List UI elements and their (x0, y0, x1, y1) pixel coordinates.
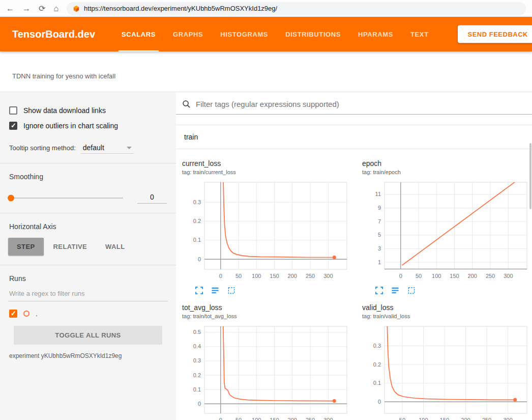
svg-text:0.3: 0.3 (193, 199, 201, 205)
show-download-links-checkbox[interactable] (9, 106, 17, 115)
fit-domain-icon[interactable] (407, 287, 416, 294)
chart-card-current-loss: current_loss tag: train/current_loss 00.… (178, 156, 357, 297)
slider-thumb[interactable] (8, 194, 14, 201)
run-row[interactable]: . (9, 310, 168, 318)
smoothing-label: Smoothing (9, 173, 168, 181)
horizontal-axis-buttons: STEP RELATIVE WALL (8, 238, 168, 256)
show-download-links-label: Show data download links (23, 106, 106, 115)
svg-text:0.1: 0.1 (373, 380, 381, 386)
chart-tag: tag: train/tot_avg_loss (182, 313, 353, 319)
svg-text:100: 100 (432, 273, 441, 279)
tooltip-sorting-label: Tooltip sorting method: (9, 144, 76, 152)
line-chart-tot-avg-loss[interactable]: 00.10.20.30.40.5050100150200250300 (182, 323, 350, 420)
tab-scalars[interactable]: SCALARS (122, 17, 156, 51)
svg-text:300: 300 (504, 273, 513, 279)
fullscreen-icon[interactable] (375, 287, 383, 294)
chart-tag: tag: train/current_loss (182, 169, 353, 175)
svg-text:5: 5 (378, 232, 381, 238)
tensorboard-favicon (73, 5, 80, 12)
ignore-outliers-row[interactable]: Ignore outliers in chart scaling (9, 122, 168, 130)
app-header: TensorBoard.dev SCALARS GRAPHS HISTOGRAM… (0, 17, 532, 51)
svg-text:250: 250 (306, 417, 315, 420)
chart-title: current_loss (182, 159, 353, 167)
smoothing-slider[interactable] (9, 198, 123, 199)
tab-text[interactable]: TEXT (410, 17, 429, 51)
browser-chrome: ← → ⟳ ⌂ https://tensorboard.dev/experime… (0, 0, 532, 17)
svg-text:0.3: 0.3 (373, 343, 381, 349)
svg-text:7: 7 (378, 218, 381, 225)
divider (0, 213, 176, 213)
svg-text:150: 150 (450, 273, 459, 279)
view-runs-icon[interactable] (211, 287, 219, 294)
train-section-header[interactable]: train (176, 125, 532, 149)
fit-domain-icon[interactable] (227, 287, 235, 294)
tab-distributions[interactable]: DISTRIBUTIONS (285, 17, 341, 51)
show-download-links-row[interactable]: Show data download links (9, 106, 168, 115)
ignore-outliers-checkbox[interactable] (9, 122, 17, 130)
svg-text:300: 300 (503, 417, 512, 420)
ignore-outliers-label: Ignore outliers in chart scaling (23, 122, 118, 130)
chart-title: tot_avg_loss (182, 303, 353, 312)
vertical-scrollbar[interactable] (529, 143, 531, 209)
run-color-swatch (23, 311, 29, 317)
tab-graphs[interactable]: GRAPHS (173, 17, 203, 51)
train-section: train current_loss tag: train/current_lo… (176, 125, 532, 420)
divider (0, 265, 176, 265)
tab-hparams[interactable]: HPARAMS (358, 17, 393, 51)
horizontal-axis-label: Horizontal Axis (9, 222, 168, 231)
svg-text:9: 9 (378, 205, 381, 211)
tag-filter-input[interactable] (196, 100, 527, 108)
svg-text:11: 11 (375, 191, 381, 197)
tooltip-sorting-dropdown[interactable]: default (81, 142, 134, 154)
tab-histograms[interactable]: HISTOGRAMS (220, 17, 268, 51)
chart-title: epoch (362, 159, 532, 167)
line-chart-valid-loss[interactable]: 00.10.20.350100150200250300 (362, 323, 530, 420)
tooltip-sorting-value: default (83, 144, 104, 152)
svg-text:150: 150 (270, 417, 279, 420)
smoothing-value[interactable]: 0 (137, 192, 167, 204)
run-name: . (36, 310, 38, 318)
svg-text:0: 0 (219, 417, 222, 420)
svg-text:0.2: 0.2 (193, 218, 201, 224)
experiment-subheader: TDNN training for yesno with icefall (0, 51, 532, 92)
axis-relative-button[interactable]: RELATIVE (45, 238, 96, 256)
chart-tag: tag: train/epoch (362, 169, 532, 175)
experiment-title: TDNN training for yesno with icefall (12, 72, 115, 80)
toggle-all-runs-button[interactable]: TOGGLE ALL RUNS (14, 326, 162, 345)
experiment-id-note: experiment yKUbhb5wRmOSXYkId1z9eg (9, 352, 168, 359)
view-runs-icon[interactable] (391, 287, 399, 294)
send-feedback-button[interactable]: SEND FEEDBACK (458, 25, 532, 43)
axis-step-button[interactable]: STEP (8, 238, 44, 256)
svg-text:0.1: 0.1 (193, 386, 201, 393)
svg-text:0: 0 (198, 256, 201, 262)
svg-text:200: 200 (468, 273, 477, 279)
line-chart-current-loss[interactable]: 00.10.20.3050100150200250300 (182, 179, 350, 284)
axis-wall-button[interactable]: WALL (97, 238, 133, 256)
svg-text:100: 100 (252, 273, 261, 279)
fullscreen-icon[interactable] (195, 287, 203, 294)
refresh-icon[interactable]: ⟳ (39, 5, 45, 13)
line-chart-epoch[interactable]: 1357911050100150200250300 (362, 179, 530, 284)
runs-regex-input[interactable] (8, 286, 168, 301)
svg-text:200: 200 (288, 417, 297, 420)
svg-text:0: 0 (378, 399, 381, 405)
chart-toolbar (182, 287, 353, 294)
chart-title: valid_loss (362, 303, 532, 312)
divider (0, 163, 176, 163)
svg-text:300: 300 (323, 417, 333, 420)
chart-card-epoch: epoch tag: train/epoch 13579110501001502… (358, 156, 532, 297)
forward-icon[interactable]: → (22, 5, 31, 13)
back-icon[interactable]: ← (6, 5, 14, 13)
run-checkbox[interactable] (9, 310, 17, 318)
svg-text:0.4: 0.4 (193, 343, 201, 349)
tensorboard-logo[interactable]: TensorBoard.dev (12, 29, 95, 40)
home-icon[interactable]: ⌂ (53, 5, 58, 13)
charts-grid: current_loss tag: train/current_loss 00.… (176, 149, 532, 420)
svg-text:50: 50 (235, 417, 242, 420)
charts-main-area: train current_loss tag: train/current_lo… (176, 92, 532, 420)
address-bar[interactable]: https://tensorboard.dev/experiment/yKUbh… (67, 2, 526, 15)
nav-tabs: SCALARS GRAPHS HISTOGRAMS DISTRIBUTIONS … (122, 17, 429, 51)
svg-text:250: 250 (306, 273, 315, 279)
svg-text:0.2: 0.2 (193, 372, 201, 378)
chart-toolbar (362, 287, 532, 294)
